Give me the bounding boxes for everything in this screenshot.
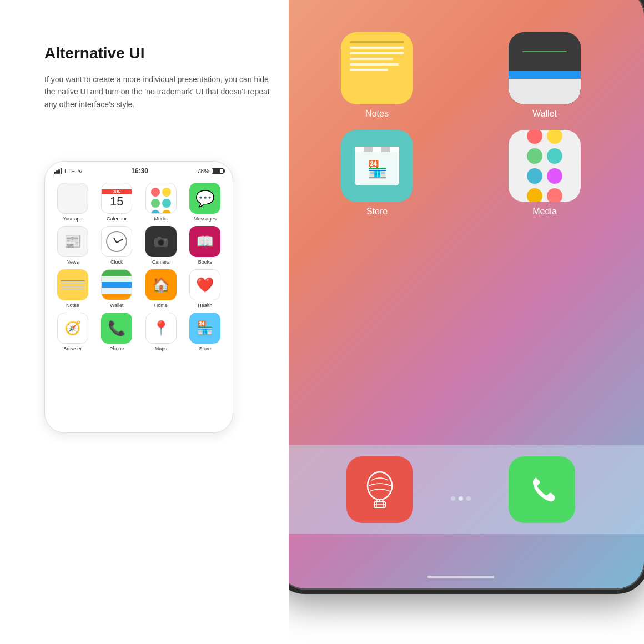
clock-hand-minute [117, 239, 123, 243]
phone-icon-svg [527, 475, 557, 505]
store-icon-inner: 🏪 [355, 147, 399, 185]
status-time: 16:30 [131, 167, 148, 175]
app-item-browser[interactable]: 🧭 Browser [53, 313, 93, 351]
media-dot [527, 188, 542, 202]
app-item-maps[interactable]: 📍 Maps [141, 313, 181, 351]
store-body: 🏪 [355, 152, 399, 185]
wallet-stripe [102, 282, 132, 288]
app-item-news[interactable]: 📰 News [53, 226, 93, 265]
store-body-icon: 🏪 [367, 159, 388, 179]
page-title: Alternative UI [44, 44, 278, 62]
large-app-icon-media [509, 130, 581, 202]
large-app-label-notes: Notes [365, 109, 389, 119]
status-left: LTE ∿ [54, 168, 82, 175]
app-item-your-app[interactable]: Your app [53, 183, 93, 222]
notes-line-large [350, 52, 404, 54]
app-item-health[interactable]: ❤️ Health [185, 269, 225, 308]
app-icon-messages: 💬 [189, 183, 220, 214]
wallet-icon-inner [509, 32, 581, 104]
large-app-item-notes[interactable]: Notes [299, 32, 455, 119]
home-indicator [427, 576, 494, 578]
notes-line [61, 286, 85, 287]
notes-line-large [350, 41, 404, 43]
dock-item-phone[interactable] [509, 456, 575, 523]
app-icon-news: 📰 [57, 226, 88, 257]
app-icon-your-app [57, 183, 88, 214]
svg-point-5 [368, 472, 392, 500]
app-item-books[interactable]: 📖 Books [185, 226, 225, 265]
store-awning [355, 147, 399, 152]
app-grid-small: Your app JUN 15 Calendar [45, 178, 233, 356]
notes-line-large [350, 58, 393, 60]
wallet-blue-bar [509, 71, 581, 79]
app-item-wallet[interactable]: Wallet [97, 269, 137, 308]
app-icon-clock [101, 226, 132, 257]
media-dot [547, 148, 562, 164]
awning-stripe [373, 147, 381, 152]
app-label-maps: Maps [155, 346, 167, 351]
cw-dot [162, 199, 171, 208]
app-icon-browser: 🧭 [57, 313, 88, 344]
colorwheel-icon [146, 183, 176, 213]
wallet-green-bar [522, 51, 567, 52]
phone-large: Notes Wallet [289, 0, 644, 594]
app-label-notes: Notes [66, 303, 79, 308]
app-label-wallet: Wallet [110, 303, 124, 308]
app-icon-books: 📖 [189, 226, 220, 257]
large-app-item-wallet[interactable]: Wallet [466, 32, 623, 119]
app-item-messages[interactable]: 💬 Messages [185, 183, 225, 222]
app-item-notes[interactable]: Notes [53, 269, 93, 308]
status-right: 78% [197, 168, 224, 174]
app-item-store[interactable]: 🏪 Store [185, 313, 225, 351]
large-app-label-store: Store [366, 207, 388, 217]
app-icon-wallet [101, 269, 132, 300]
app-label-camera: Camera [152, 259, 170, 265]
svg-point-4 [164, 239, 166, 241]
large-app-grid: Notes Wallet [289, 0, 644, 228]
battery-fill [213, 169, 220, 173]
status-bar: LTE ∿ 16:30 78% [45, 162, 233, 178]
app-icon-phone: 📞 [101, 313, 132, 344]
phone-mockup-small: LTE ∿ 16:30 78% Your app JUN 15 Calendar [44, 161, 233, 433]
app-item-clock[interactable]: Clock [97, 226, 137, 265]
svg-point-2 [159, 240, 163, 245]
signal-bar-2 [56, 170, 58, 174]
signal-bars [54, 168, 62, 174]
large-app-label-wallet: Wallet [532, 109, 557, 119]
phone-dock [289, 445, 644, 534]
app-icon-home: 🏠 [145, 269, 177, 300]
notes-line-large [350, 63, 399, 66]
balloon-svg [363, 470, 396, 509]
battery-percent: 78% [197, 168, 209, 174]
notes-line [61, 289, 85, 290]
app-icon-notes [57, 269, 88, 300]
media-dot [527, 148, 542, 164]
app-icon-store: 🏪 [189, 313, 220, 344]
media-dot [527, 130, 542, 144]
large-app-item-media[interactable]: Media [466, 130, 623, 217]
cw-dot [151, 210, 160, 214]
network-type: LTE [64, 168, 75, 174]
app-label-books: Books [198, 259, 212, 265]
app-label-calendar: Calendar [107, 216, 127, 222]
signal-bar-3 [58, 169, 60, 174]
app-label-browser: Browser [63, 346, 82, 351]
app-item-media[interactable]: Media [141, 183, 181, 222]
app-item-phone[interactable]: 📞 Phone [97, 313, 137, 351]
page-description: If you want to create a more individual … [44, 73, 278, 110]
app-item-camera[interactable]: Camera [141, 226, 181, 265]
phone-large-inner: Notes Wallet [289, 0, 644, 590]
dock-icon-phone-large [509, 456, 575, 523]
large-app-icon-wallet [509, 32, 581, 104]
app-item-home[interactable]: 🏠 Home [141, 269, 181, 308]
cw-dot [151, 199, 160, 208]
clock-face [106, 231, 127, 252]
awning-stripe [381, 147, 390, 152]
app-label-your-app: Your app [63, 216, 83, 222]
large-app-item-store[interactable]: 🏪 Store [299, 130, 455, 217]
awning-stripes [355, 147, 399, 152]
awning-stripe [364, 147, 373, 152]
dock-item-balloon[interactable] [346, 456, 413, 523]
app-item-calendar[interactable]: JUN 15 Calendar [97, 183, 137, 222]
large-app-icon-store: 🏪 [341, 130, 413, 202]
